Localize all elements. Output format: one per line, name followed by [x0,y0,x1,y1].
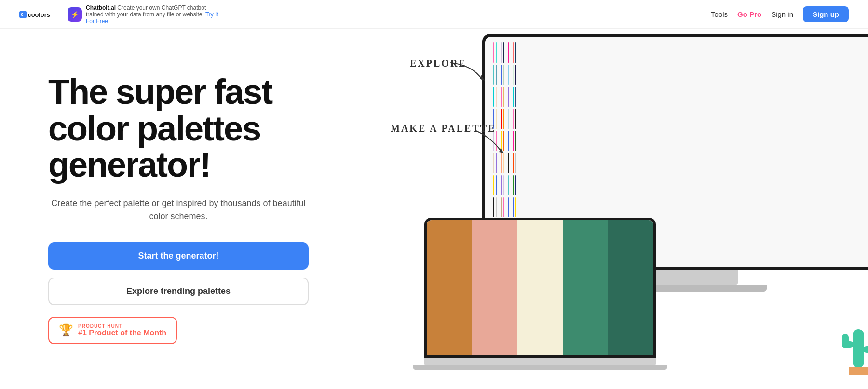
swatch [511,42,511,63]
svg-text:c: c [21,11,24,17]
swatch [491,197,491,218]
coolors-logo[interactable]: c coolors [19,7,53,22]
swatch [511,65,511,85]
product-hunt-badge[interactable]: 🏆 PRODUCT HUNT #1 Product of the Month [48,317,177,344]
swatch [508,65,509,85]
swatch [506,87,506,107]
make-palette-annotation: MAKE A PALETTE [391,123,496,134]
swatch [515,131,516,151]
swatch [506,109,506,129]
swatch [503,197,504,218]
hero-left: The super fast color palettes generator!… [48,74,309,344]
swatch [501,87,502,107]
laptop-base [424,358,656,365]
swatch [513,175,514,195]
laptop-palette-col-5 [608,220,653,355]
swatch [508,175,509,195]
swatch [493,42,494,63]
svg-rect-7 [842,334,849,348]
swatch [491,175,491,195]
swatch [513,109,514,129]
swatch [515,109,516,129]
palette-row-3 [491,87,518,107]
swatch [496,42,497,63]
swatch [511,175,511,195]
explore-palettes-button[interactable]: Explore trending palettes [48,278,309,305]
product-hunt-title: #1 Product of the Month [78,329,166,337]
hero-title: The super fast color palettes generator! [48,74,309,183]
swatch [518,197,518,218]
swatch [496,175,497,195]
swatch [503,87,504,107]
swatch [511,197,511,218]
hero-subtitle: Create the perfect palette or get inspir… [48,197,309,223]
swatch [518,131,518,151]
product-hunt-label: PRODUCT HUNT [78,323,166,329]
swatch [513,42,514,63]
swatch [499,42,499,63]
swatch [499,197,499,218]
swatch [515,87,516,107]
swatch [508,42,509,63]
svg-text:coolors: coolors [28,11,50,18]
trophy-icon: 🏆 [59,323,73,337]
swatch [503,175,504,195]
laptop-palette-col-2 [472,220,517,355]
svg-rect-5 [853,329,864,368]
product-hunt-text: PRODUCT HUNT #1 Product of the Month [78,323,166,337]
laptop [424,218,656,382]
swatch [501,175,502,195]
laptop-bottom [413,365,667,370]
swatch [501,42,502,63]
swatch [511,109,511,129]
swatch [515,42,516,63]
swatch [515,197,516,218]
swatch [499,65,499,85]
cactus-decoration [834,320,868,379]
header-nav: Tools Go Pro Sign in Sign up [711,6,849,22]
swatch [518,65,518,85]
swatch [508,197,509,218]
nav-signin[interactable]: Sign in [771,10,793,18]
swatch [503,109,504,129]
chatbolt-text: Chatbolt.ai Create your own ChatGPT chat… [86,4,222,25]
palette-row-2 [491,65,518,85]
swatch [496,197,497,218]
laptop-screen [424,218,656,358]
swatch [493,175,494,195]
swatch [501,109,502,129]
palette-row-1 [491,42,518,63]
swatch [506,65,506,85]
swatch [491,87,491,107]
swatch [491,65,491,85]
swatch [496,109,497,129]
hero-right: EXPLORE MAKE A PALETTE [366,29,868,389]
swatch [513,197,514,218]
chatbolt-ad: ⚡ Chatbolt.ai Create your own ChatGPT ch… [68,4,222,25]
laptop-palette-col-3 [517,220,563,355]
nav-gopro[interactable]: Go Pro [737,10,761,18]
swatch [518,109,518,129]
laptop-palette-col-4 [563,220,608,355]
swatch [503,65,504,85]
swatch [501,65,502,85]
swatch [508,87,509,107]
swatch [515,65,516,85]
monitor-stand [651,270,738,285]
laptop-palette-col-1 [427,220,472,355]
swatch [508,109,509,129]
nav-signup-button[interactable]: Sign up [803,6,849,22]
swatch [491,42,491,63]
swatch [499,175,499,195]
swatch [501,197,502,218]
swatch [493,87,494,107]
swatch [493,197,494,218]
swatch [518,87,518,107]
swatch [515,153,516,173]
main-content: The super fast color palettes generator!… [0,29,868,389]
swatch [503,42,504,63]
nav-tools[interactable]: Tools [711,10,728,18]
start-generator-button[interactable]: Start the generator! [48,242,309,270]
swatch [506,42,506,63]
chatbolt-icon: ⚡ [68,7,82,22]
